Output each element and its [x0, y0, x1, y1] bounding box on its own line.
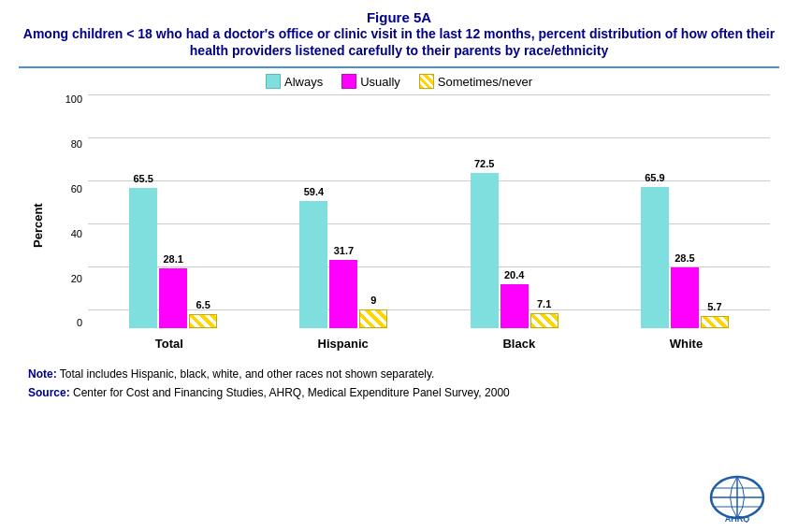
notes-section: Note: Total includes Hispanic, black, wh… — [19, 367, 779, 399]
legend-sometimes-box — [419, 74, 434, 89]
y-axis-label: Percent — [28, 94, 47, 356]
source-label: Source: — [28, 386, 70, 399]
bar-hispanic-always: 59.4 — [299, 201, 327, 329]
bar-rect-black-always — [471, 173, 499, 329]
bar-total-usually: 28.1 — [159, 268, 187, 329]
bar-rect-total-usually — [159, 268, 187, 329]
bar-white-usually: 28.5 — [671, 267, 699, 329]
bar-value-white-usually: 28.5 — [675, 252, 694, 264]
bar-group-total: 65.528.16.5 — [129, 188, 217, 329]
bar-value-total-sometimes: 6.5 — [196, 299, 210, 310]
x-label-hispanic: Hispanic — [318, 337, 369, 351]
x-label-black: Black — [502, 337, 535, 351]
legend-sometimes: Sometimes/never — [419, 74, 532, 89]
legend-always-label: Always — [284, 75, 323, 89]
bar-rect-hispanic-sometimes — [359, 309, 387, 329]
figure-title-line2: Among children < 18 who had a doctor's o… — [19, 25, 779, 59]
title-section: Figure 5A Among children < 18 who had a … — [19, 9, 779, 59]
bar-value-total-usually: 28.1 — [163, 253, 182, 265]
bar-value-hispanic-always: 59.4 — [304, 186, 324, 197]
chart-area: 100 80 60 40 20 0 65.528.16.559.431.7972… — [51, 94, 779, 356]
title-divider — [19, 66, 779, 68]
bar-group-white: 65.928.55.7 — [641, 187, 729, 329]
ahrq-logo-area: AHRQ — [704, 471, 779, 523]
x-label-total: Total — [155, 337, 183, 351]
legend: Always Usually Sometimes/never — [19, 74, 779, 89]
legend-sometimes-label: Sometimes/never — [438, 75, 532, 89]
bar-group-inner-black: 72.520.47.1 — [471, 173, 559, 329]
bar-value-black-sometimes: 7.1 — [537, 298, 551, 309]
bar-rect-total-always — [129, 188, 157, 329]
bar-black-always: 72.5 — [471, 173, 499, 329]
bar-value-black-usually: 20.4 — [504, 269, 524, 280]
note-content: Total includes Hispanic, black, white, a… — [60, 367, 435, 381]
bar-value-hispanic-usually: 31.7 — [334, 245, 354, 256]
bar-rect-white-always — [641, 187, 669, 329]
x-labels: TotalHispanicBlackWhite — [88, 330, 770, 356]
bar-value-total-always: 65.5 — [133, 173, 152, 184]
bar-rect-total-sometimes — [189, 314, 217, 328]
bar-rect-black-usually — [501, 284, 529, 328]
bar-group-hispanic: 59.431.79 — [299, 201, 387, 329]
bar-hispanic-usually: 31.7 — [329, 260, 357, 328]
source-text: Source: Center for Cost and Financing St… — [28, 386, 770, 399]
bar-rect-hispanic-always — [299, 201, 327, 329]
bar-group-black: 72.520.47.1 — [471, 173, 559, 329]
bar-group-inner-white: 65.928.55.7 — [641, 187, 729, 329]
figure-title-line1: Figure 5A — [19, 9, 779, 25]
bars-area: 65.528.16.559.431.7972.520.47.165.928.55… — [88, 94, 770, 328]
y-labels: 100 80 60 40 20 0 — [51, 94, 86, 328]
bar-value-white-sometimes: 5.7 — [707, 301, 721, 312]
y-label-60: 60 — [71, 184, 82, 194]
bar-value-hispanic-sometimes: 9 — [370, 295, 376, 306]
bar-white-sometimes: 5.7 — [701, 316, 729, 328]
bar-hispanic-sometimes: 9 — [359, 309, 387, 329]
x-label-white: White — [670, 337, 703, 351]
chart-container: Percent 100 80 60 40 20 0 65.528.16.559.… — [28, 94, 779, 356]
ahrq-logo: AHRQ — [704, 471, 779, 523]
legend-always: Always — [266, 74, 323, 89]
page: Figure 5A Among children < 18 who had a … — [0, 0, 798, 532]
source-content: Center for Cost and Financing Studies, A… — [73, 386, 510, 399]
bar-group-inner-total: 65.528.16.5 — [129, 188, 217, 329]
y-label-0: 0 — [77, 318, 82, 328]
legend-always-box — [266, 74, 281, 89]
bar-rect-white-usually — [671, 267, 699, 329]
bar-value-black-always: 72.5 — [474, 158, 494, 169]
svg-text:AHRQ: AHRQ — [725, 514, 750, 523]
y-label-40: 40 — [71, 229, 82, 239]
legend-usually-label: Usually — [360, 75, 400, 89]
bar-rect-hispanic-usually — [329, 260, 357, 328]
bar-value-white-always: 65.9 — [645, 172, 664, 183]
note-label: Note: — [28, 367, 57, 381]
y-label-100: 100 — [65, 94, 82, 105]
note-text: Note: Total includes Hispanic, black, wh… — [28, 367, 770, 381]
legend-usually-box — [341, 74, 356, 89]
bar-group-inner-hispanic: 59.431.79 — [299, 201, 387, 329]
bar-total-sometimes: 6.5 — [189, 314, 217, 328]
bar-rect-white-sometimes — [701, 316, 729, 328]
y-label-20: 20 — [71, 274, 82, 284]
bar-rect-black-sometimes — [530, 313, 559, 328]
bar-total-always: 65.5 — [129, 188, 157, 329]
bar-black-usually: 20.4 — [501, 284, 529, 328]
y-label-80: 80 — [71, 139, 82, 150]
legend-usually: Usually — [341, 74, 400, 89]
bar-white-always: 65.9 — [641, 187, 669, 329]
bar-black-sometimes: 7.1 — [530, 313, 559, 328]
